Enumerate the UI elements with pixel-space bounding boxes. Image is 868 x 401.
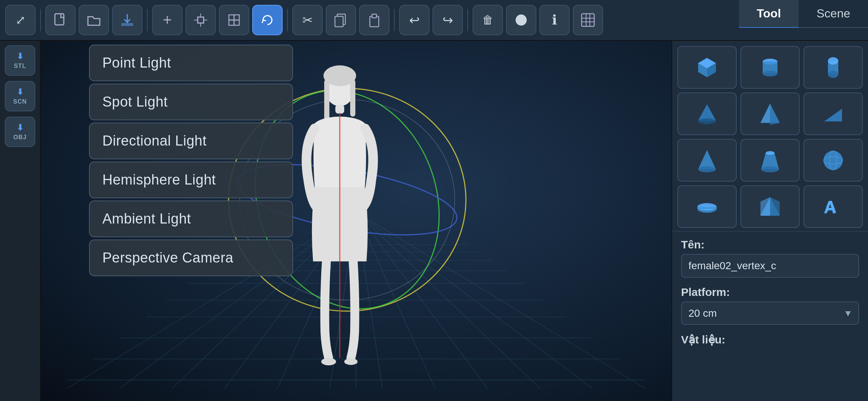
hemisphere-light-option[interactable]: Hemisphere Light bbox=[89, 162, 293, 198]
svg-point-68 bbox=[698, 118, 716, 124]
shape-text3d[interactable]: A A bbox=[803, 185, 863, 228]
name-input[interactable] bbox=[681, 254, 859, 278]
directional-light-option[interactable]: Directional Light bbox=[89, 123, 293, 159]
svg-rect-14 bbox=[372, 14, 377, 18]
toolbar-separator-4 bbox=[394, 9, 395, 31]
point-light-option[interactable]: Point Light bbox=[89, 45, 293, 81]
circle-button[interactable] bbox=[506, 5, 536, 35]
shape-pyramid4[interactable] bbox=[677, 92, 737, 135]
shape-disk[interactable] bbox=[677, 185, 737, 228]
delete-button[interactable]: 🗑 bbox=[473, 5, 503, 35]
svg-rect-8 bbox=[234, 20, 239, 25]
main-area: ⬇ STL ⬇ SCN ⬇ OBJ bbox=[0, 41, 868, 401]
shape-cube[interactable] bbox=[677, 46, 737, 89]
perspective-camera-option[interactable]: Perspective Camera bbox=[89, 239, 293, 276]
move-button[interactable]: ⤢ bbox=[5, 5, 36, 35]
new-button[interactable] bbox=[45, 5, 76, 35]
svg-rect-12 bbox=[335, 16, 343, 27]
name-label: Tên: bbox=[681, 238, 859, 251]
svg-rect-50 bbox=[324, 79, 329, 124]
svg-point-62 bbox=[763, 71, 777, 76]
svg-point-15 bbox=[516, 14, 527, 26]
svg-point-77 bbox=[766, 151, 775, 155]
paste-button[interactable] bbox=[359, 5, 389, 35]
svg-rect-2 bbox=[198, 17, 204, 23]
dropdown-menu: Point Light Spot Light Directional Light… bbox=[82, 41, 293, 280]
shape-grid: A A bbox=[672, 41, 868, 231]
grid-button[interactable] bbox=[573, 5, 603, 35]
right-panel: A A Tên: Platform: 20 cm 30 cm 40 cm ▼ V… bbox=[671, 41, 868, 401]
spot-light-option[interactable]: Spot Light bbox=[89, 84, 293, 120]
copy-button[interactable] bbox=[326, 5, 356, 35]
platform-label: Platform: bbox=[681, 286, 859, 299]
svg-text:A: A bbox=[824, 197, 836, 216]
transform-button[interactable] bbox=[185, 5, 216, 35]
export-obj-button[interactable]: ⬇ OBJ bbox=[5, 117, 35, 147]
platform-select[interactable]: 20 cm 30 cm 40 cm bbox=[681, 301, 859, 325]
svg-point-79 bbox=[823, 151, 843, 170]
svg-point-64 bbox=[828, 57, 838, 65]
svg-point-65 bbox=[828, 71, 838, 78]
shape-capsule[interactable] bbox=[803, 46, 863, 89]
svg-rect-51 bbox=[350, 79, 355, 117]
svg-point-54 bbox=[321, 358, 336, 365]
toolbar-separator-2 bbox=[147, 9, 148, 31]
3d-figure bbox=[280, 59, 399, 375]
svg-rect-84 bbox=[697, 207, 717, 209]
shape-cone[interactable] bbox=[677, 139, 737, 182]
open-button[interactable] bbox=[79, 5, 109, 35]
svg-point-78 bbox=[761, 166, 779, 172]
material-label: Vật liệu: bbox=[681, 333, 859, 346]
shape-wedge[interactable] bbox=[803, 92, 863, 135]
export-scn-button[interactable]: ⬇ SCN bbox=[5, 81, 35, 111]
tab-scene[interactable]: Scene bbox=[799, 0, 868, 28]
platform-select-wrapper: 20 cm 30 cm 40 cm ▼ bbox=[681, 301, 859, 325]
cut-button[interactable]: ✂ bbox=[292, 5, 323, 35]
export-stl-button[interactable]: ⬇ STL bbox=[5, 45, 35, 76]
toolbar-separator bbox=[40, 9, 41, 31]
rotate-button[interactable] bbox=[252, 5, 283, 35]
shape-cylinder[interactable] bbox=[740, 46, 800, 89]
tab-tool[interactable]: Tool bbox=[739, 0, 799, 28]
shape-prism[interactable] bbox=[740, 185, 800, 228]
svg-point-75 bbox=[698, 166, 716, 172]
scale-button[interactable] bbox=[219, 5, 249, 35]
svg-marker-72 bbox=[824, 109, 842, 121]
svg-rect-10 bbox=[234, 15, 239, 20]
svg-rect-7 bbox=[229, 15, 234, 20]
info-button[interactable]: ℹ bbox=[539, 5, 570, 35]
svg-rect-9 bbox=[229, 20, 234, 25]
svg-rect-16 bbox=[582, 14, 594, 26]
viewport: Point Light Spot Light Directional Light… bbox=[41, 41, 671, 401]
shape-truncated-cone[interactable] bbox=[740, 139, 800, 182]
toolbar-separator-5 bbox=[467, 9, 468, 31]
svg-rect-1 bbox=[121, 23, 133, 26]
add-button[interactable]: + bbox=[152, 5, 183, 35]
svg-rect-52 bbox=[335, 105, 344, 114]
undo-button[interactable]: ↩ bbox=[399, 5, 430, 35]
shape-sphere[interactable] bbox=[803, 139, 863, 182]
svg-marker-87 bbox=[760, 197, 770, 216]
svg-marker-86 bbox=[770, 197, 780, 216]
toolbar: ⤢ + bbox=[0, 0, 868, 41]
shape-pyramid3[interactable] bbox=[740, 92, 800, 135]
left-sidebar: ⬇ STL ⬇ SCN ⬇ OBJ bbox=[0, 41, 41, 401]
redo-button[interactable]: ↪ bbox=[433, 5, 463, 35]
toolbar-separator-3 bbox=[287, 9, 288, 31]
tab-area: Tool Scene bbox=[739, 0, 868, 28]
svg-rect-0 bbox=[55, 14, 64, 25]
download-stl-button[interactable] bbox=[112, 5, 142, 35]
properties-area: Tên: Platform: 20 cm 30 cm 40 cm ▼ Vật l… bbox=[672, 231, 868, 401]
svg-marker-70 bbox=[770, 104, 780, 125]
svg-point-55 bbox=[344, 358, 358, 365]
ambient-light-option[interactable]: Ambient Light bbox=[89, 200, 293, 237]
